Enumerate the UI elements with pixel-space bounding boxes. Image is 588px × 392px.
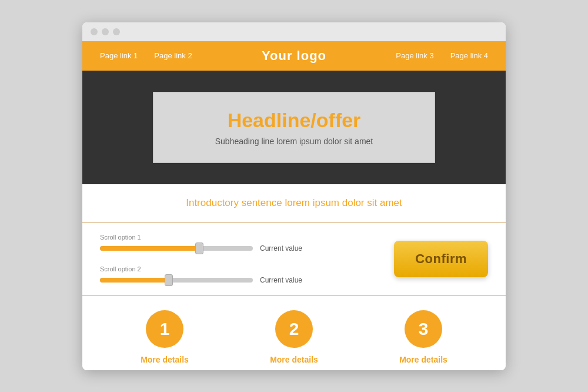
slider-2-fill xyxy=(100,278,169,283)
step-circle-3: 3 xyxy=(405,310,442,348)
slider-1-value: Current value xyxy=(260,244,302,253)
slider-2-track[interactable] xyxy=(100,278,253,283)
step-circle-1: 1 xyxy=(146,310,183,348)
slider-2-track-row: Current value xyxy=(100,276,376,284)
nav-link-3[interactable]: Page link 3 xyxy=(396,51,433,60)
step-item-2: 2 More details xyxy=(236,310,352,364)
nav-link-2[interactable]: Page link 2 xyxy=(154,51,192,60)
step-circle-2: 2 xyxy=(275,310,313,348)
hero-subheading: Subheading line lorem ipsum dolor sit am… xyxy=(189,137,399,146)
intro-text: Introductory sentence lorem ipsum dolor … xyxy=(100,197,488,209)
browser-window: Page link 1 Page link 2 Your logo Page l… xyxy=(82,22,506,370)
slider-2-label: Scroll option 2 xyxy=(100,265,376,273)
browser-dot-3 xyxy=(113,28,120,35)
confirm-button[interactable]: Confirm xyxy=(394,241,488,277)
sliders-container: Scroll option 1 Current value Scroll opt… xyxy=(100,234,376,284)
steps-section: 1 More details 2 More details 3 More det… xyxy=(82,296,506,370)
step-label-3: More details xyxy=(399,355,447,364)
step-item-3: 3 More details xyxy=(365,310,482,364)
slider-row-1: Scroll option 1 Current value xyxy=(100,234,376,253)
nav-link-4[interactable]: Page link 4 xyxy=(450,51,488,60)
slider-row-2: Scroll option 2 Current value xyxy=(100,265,376,284)
slider-1-thumb[interactable] xyxy=(195,242,203,254)
slider-2-thumb[interactable] xyxy=(165,274,173,286)
step-label-2: More details xyxy=(270,355,318,364)
confirm-btn-area: Confirm xyxy=(376,241,488,277)
slider-2-value: Current value xyxy=(260,276,302,284)
step-item-1: 1 More details xyxy=(106,310,223,364)
navbar: Page link 1 Page link 2 Your logo Page l… xyxy=(82,41,506,71)
hero-box: Headline/offer Subheading line lorem ips… xyxy=(153,92,435,163)
hero-headline: Headline/offer xyxy=(189,109,399,132)
slider-1-track-row: Current value xyxy=(100,244,376,253)
slider-1-track[interactable] xyxy=(100,246,253,251)
intro-section: Introductory sentence lorem ipsum dolor … xyxy=(82,184,506,223)
browser-dot-1 xyxy=(91,28,98,35)
nav-link-1[interactable]: Page link 1 xyxy=(100,51,138,60)
nav-links-right: Page link 3 Page link 4 xyxy=(396,51,488,60)
nav-logo: Your logo xyxy=(262,48,326,64)
slider-1-label: Scroll option 1 xyxy=(100,234,376,241)
hero-section: Headline/offer Subheading line lorem ips… xyxy=(82,71,506,184)
step-label-1: More details xyxy=(141,355,189,364)
browser-titlebar xyxy=(82,22,506,41)
browser-dot-2 xyxy=(102,28,109,35)
slider-1-fill xyxy=(100,246,199,251)
sliders-section: Scroll option 1 Current value Scroll opt… xyxy=(82,223,506,296)
nav-links-left: Page link 1 Page link 2 xyxy=(100,51,192,60)
